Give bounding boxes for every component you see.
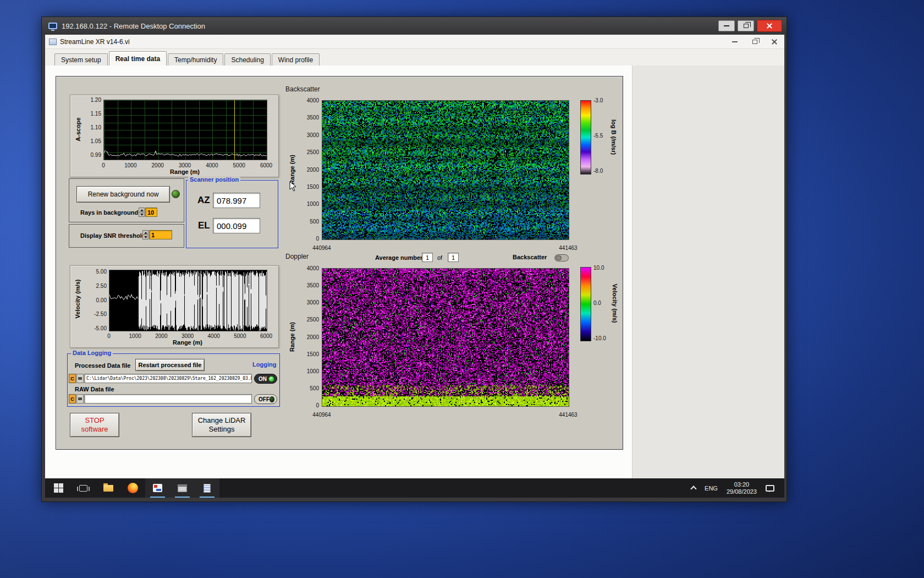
off-led-icon (270, 396, 274, 402)
rdp-close-button[interactable] (757, 20, 782, 32)
file-explorer-button[interactable] (96, 478, 120, 498)
logging-label: Logging (252, 361, 276, 368)
main-panel: A-scope 1.201.151.101.050.99 01000200030… (56, 76, 623, 450)
backscatter-canvas (322, 101, 569, 239)
rdp-restore-button[interactable] (738, 20, 754, 31)
stop-software-button[interactable]: STOP software (70, 413, 119, 437)
clock-time: 03:20 (734, 481, 750, 488)
app-titlebar[interactable]: StreamLine XR v14-6.vi (45, 35, 784, 49)
firefox-button[interactable] (120, 478, 145, 498)
tab-real-time-data[interactable]: Real time data (109, 51, 167, 66)
of-label: of (437, 254, 442, 261)
restore-icon (752, 40, 757, 44)
doppler-x-start: 440964 (305, 409, 338, 419)
average-count-field[interactable]: 1 (448, 253, 459, 262)
tab-temp-humidity[interactable]: Temp/humidity (168, 53, 223, 66)
rays-spinner[interactable] (139, 208, 145, 217)
doppler-y-axis-label: Range (m) (289, 322, 295, 352)
rdp-title: 192.168.0.122 - Remote Desktop Connectio… (62, 22, 205, 30)
processed-logging-toggle[interactable]: ON (254, 374, 277, 384)
az-value: 078.997 (213, 193, 260, 208)
raw-browse-icon[interactable] (76, 394, 84, 403)
backscatter-toggle-switch[interactable] (554, 254, 569, 261)
raw-path-field[interactable] (84, 394, 252, 403)
restart-processed-file-button[interactable]: Restart processed file (135, 359, 205, 371)
change-line1: Change LiDAR (198, 416, 246, 425)
mouse-cursor (289, 181, 297, 192)
streamline-app-button[interactable] (145, 478, 170, 498)
raw-drive-button[interactable]: C (69, 394, 76, 403)
doppler-canvas (322, 269, 569, 406)
el-value: 000.099 (213, 218, 260, 233)
processed-data-file-label: Processed Data file (75, 362, 131, 369)
tab-scheduling[interactable]: Scheduling (224, 53, 270, 66)
scan-scheduler-icon (178, 484, 187, 492)
renew-background-button[interactable]: Renew background now (76, 186, 170, 203)
rays-value-field[interactable]: 10 (145, 208, 157, 217)
doppler-y-ticks: 40003500300025002000150010005000 (300, 268, 319, 405)
snr-value-field[interactable]: 1 (149, 230, 172, 239)
text-editor-button[interactable] (195, 478, 219, 498)
restore-icon (744, 24, 749, 28)
raw-logging-toggle[interactable]: OFF (254, 394, 277, 404)
tab-wind-profile[interactable]: Wind profile (272, 53, 320, 66)
close-icon (766, 23, 773, 29)
remote-desktop: StreamLine XR v14-6.vi System setup Real… (45, 35, 784, 498)
processed-drive-button[interactable]: C (69, 374, 76, 383)
ascope-graphbox: A-scope 1.201.151.101.050.99 01000200030… (70, 95, 279, 177)
rdp-minimize-button[interactable] (718, 20, 735, 31)
ascope-y-ticks: 1.201.151.101.050.99 (80, 100, 101, 155)
backscatter-colorbar (580, 100, 591, 175)
start-button[interactable] (46, 478, 71, 498)
scanner-position-title: Scanner position (188, 176, 240, 183)
close-icon (771, 39, 778, 45)
background-group: Renew background now Rays in background … (69, 178, 184, 222)
velocity-x-axis-label: Range (m) (109, 339, 266, 346)
task-view-button[interactable] (71, 478, 96, 498)
folder-icon (103, 485, 113, 492)
stop-line2: software (81, 425, 108, 434)
processed-browse-icon[interactable] (76, 374, 84, 383)
chevron-up-icon (690, 486, 696, 492)
snr-threshold-label: Display SNR threshold (80, 232, 146, 239)
minimize-icon (732, 41, 738, 42)
snr-spinner[interactable] (142, 230, 148, 239)
velocity-y-ticks: 5.002.500.00-2.50-5.00 (82, 271, 107, 328)
language-indicator[interactable]: ENG (700, 478, 722, 498)
velocity-canvas (109, 270, 267, 331)
doppler-title: Doppler (285, 253, 309, 260)
backscatter-colorbar-label: log B (/m/sr) (610, 119, 617, 155)
backscatter-colorbar-ticks: -3.0-5.5-8.0 (593, 100, 610, 171)
data-logging-group: Data Logging Processed Data file Restart… (67, 353, 280, 407)
doppler-colorbar-ticks: 10.00.0-10.0 (593, 268, 613, 338)
windows-logo-icon (54, 483, 63, 493)
front-panel-area: A-scope 1.201.151.101.050.99 01000200030… (45, 66, 784, 478)
processed-path-field[interactable]: C:\Lidar\Data\Proc\2023\202308\20230829\… (84, 374, 252, 383)
off-label: OFF (258, 396, 270, 402)
rdp-titlebar[interactable]: 192.168.0.122 - Remote Desktop Connectio… (42, 17, 787, 35)
task-view-icon (79, 485, 87, 492)
tray-chevron-button[interactable] (687, 478, 700, 498)
az-label: AZ (197, 195, 210, 206)
tab-system-setup[interactable]: System setup (54, 53, 108, 66)
scanner-position-group: Scanner position AZ 078.997 EL 000.099 (186, 180, 278, 248)
app-title: StreamLine XR v14-6.vi (60, 38, 130, 46)
scan-scheduler-button[interactable] (170, 478, 195, 498)
minimize-icon (724, 25, 729, 26)
switch-knob-icon (556, 255, 562, 260)
backscatter-plot (322, 100, 569, 240)
change-line2: Settings (209, 425, 235, 434)
app-minimize-button[interactable] (725, 35, 745, 48)
app-restore-button[interactable] (745, 35, 765, 48)
average-number-field[interactable]: 1 (422, 253, 433, 262)
app-close-button[interactable] (765, 35, 784, 48)
backscatter-title: Backscatter (285, 85, 320, 93)
clock[interactable]: 03:20 29/08/2023 (722, 478, 761, 498)
change-lidar-settings-button[interactable]: Change LiDAR Settings (192, 413, 251, 437)
notification-button[interactable] (761, 478, 779, 498)
app-window-icon (49, 39, 57, 45)
rdp-window: 192.168.0.122 - Remote Desktop Connectio… (41, 17, 787, 502)
backscatter-y-axis-label: Range (m) (289, 155, 295, 184)
backscatter-y-ticks: 40003500300025002000150010005000 (300, 100, 319, 238)
streamline-app-icon (153, 484, 162, 492)
